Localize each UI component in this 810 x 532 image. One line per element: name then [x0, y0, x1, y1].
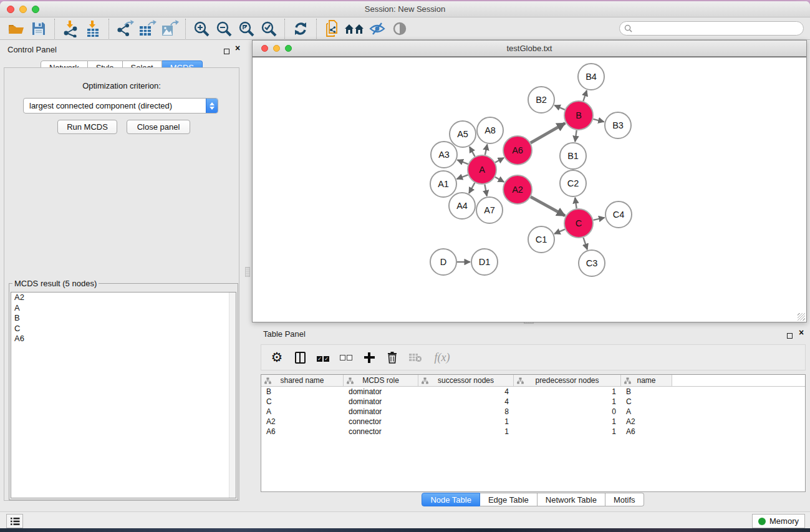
edge-B-B2[interactable] [554, 105, 565, 110]
table-cell[interactable]: 1 [514, 427, 621, 437]
list-item[interactable]: A6 [11, 334, 236, 344]
function-builder-button[interactable]: f(x) [429, 348, 455, 367]
column-header-name[interactable]: name [621, 375, 672, 386]
select-all-button[interactable]: ✓✓ [314, 348, 332, 367]
network-node-A8[interactable]: A8 [477, 117, 503, 143]
edge-A-A1[interactable] [457, 175, 468, 179]
table-cell[interactable]: dominator [344, 387, 418, 397]
edge-A-A3[interactable] [457, 160, 468, 164]
add-button[interactable] [360, 348, 378, 367]
table-cell[interactable]: A6 [621, 427, 672, 437]
show-column-button[interactable] [291, 348, 309, 367]
table-cell[interactable]: B [621, 387, 672, 397]
table-cell[interactable]: 1 [514, 397, 621, 407]
table-cell[interactable]: 8 [418, 407, 514, 417]
network-node-A6[interactable]: A6 [503, 136, 532, 165]
zoom-selected-button[interactable] [258, 19, 280, 39]
vertical-splitter-grip[interactable] [245, 267, 250, 277]
task-history-button[interactable] [6, 514, 23, 528]
table-cell[interactable]: 1 [514, 387, 621, 397]
column-header-MCDS-role[interactable]: MCDS role [344, 375, 418, 386]
node-table[interactable]: shared nameMCDS rolesuccessor nodesprede… [261, 374, 806, 492]
table-row[interactable]: Cdominator41C [261, 397, 805, 407]
edge-A-A2[interactable] [495, 177, 504, 182]
network-node-A2[interactable]: A2 [503, 175, 532, 204]
table-tab-motifs[interactable]: Motifs [605, 493, 644, 506]
clone-network-button[interactable] [321, 19, 344, 39]
edge-C-C3[interactable] [583, 238, 587, 249]
network-node-A1[interactable]: A1 [430, 171, 456, 197]
optimization-criterion-dropdown[interactable]: largest connected component (directed) [23, 98, 218, 114]
edge-C-C1[interactable] [554, 230, 565, 234]
table-cell[interactable]: A6 [261, 427, 344, 437]
export-table-button[interactable] [136, 19, 158, 39]
list-item[interactable]: A [11, 303, 236, 314]
run-mcds-button[interactable]: Run MCDS [57, 120, 117, 134]
table-cell[interactable]: 1 [418, 417, 514, 427]
network-node-C4[interactable]: C4 [605, 201, 632, 228]
export-network-button[interactable] [113, 19, 136, 39]
network-node-B4[interactable]: B4 [578, 64, 604, 90]
table-row[interactable]: Adominator80A [261, 407, 805, 417]
table-cell[interactable]: 4 [418, 397, 514, 407]
edge-B-B1[interactable] [575, 130, 577, 142]
save-session-button[interactable] [27, 19, 50, 39]
result-list-scrollbar[interactable] [229, 293, 236, 498]
refresh-button[interactable] [289, 19, 312, 39]
zoom-in-button[interactable] [190, 19, 213, 39]
show-details-button[interactable] [388, 19, 411, 39]
table-cell[interactable]: connector [344, 417, 418, 427]
table-cell[interactable]: A2 [261, 417, 344, 427]
import-network-button[interactable] [59, 19, 82, 39]
edge-A-A8[interactable] [485, 145, 488, 155]
edge-A-A5[interactable] [470, 147, 475, 157]
list-item[interactable]: C [11, 324, 236, 334]
table-cell[interactable]: A2 [621, 417, 672, 427]
window-resize-grip[interactable] [798, 313, 805, 321]
table-cell[interactable]: 4 [418, 387, 514, 397]
edge-A2-C[interactable] [531, 197, 565, 216]
network-node-B1[interactable]: B1 [560, 143, 586, 169]
table-cell[interactable]: B [261, 387, 344, 397]
table-cell[interactable]: 1 [418, 427, 514, 437]
column-header-shared-name[interactable]: shared name [261, 375, 344, 386]
deselect-all-button[interactable] [337, 348, 355, 367]
network-node-A7[interactable]: A7 [476, 197, 503, 223]
network-node-D[interactable]: D [430, 249, 456, 275]
network-node-A[interactable]: A [468, 155, 496, 184]
edge-A6-B[interactable] [531, 123, 565, 143]
table-cell[interactable]: 1 [514, 417, 621, 427]
network-node-B[interactable]: B [564, 101, 593, 130]
network-node-D1[interactable]: D1 [471, 249, 498, 275]
edge-C-C4[interactable] [593, 218, 604, 220]
table-row[interactable]: Bdominator41B [261, 387, 805, 397]
float-table-panel-icon[interactable] [787, 330, 793, 341]
network-node-B3[interactable]: B3 [605, 112, 631, 138]
table-tab-node-table[interactable]: Node Table [422, 493, 480, 506]
edge-C-C2[interactable] [575, 198, 576, 208]
network-node-A4[interactable]: A4 [449, 193, 475, 219]
open-session-button[interactable] [5, 19, 27, 39]
close-table-panel-icon[interactable]: × [799, 329, 804, 336]
export-image-button[interactable] [158, 19, 181, 39]
table-cell[interactable]: A [261, 407, 344, 417]
delete-table-button[interactable] [406, 348, 425, 367]
table-cell[interactable]: C [261, 397, 344, 407]
edge-A-A7[interactable] [485, 185, 486, 196]
network-node-C3[interactable]: C3 [579, 250, 605, 276]
list-item[interactable]: A2 [11, 293, 236, 303]
close-panel-icon[interactable]: × [235, 45, 240, 51]
column-header-predecessor-nodes[interactable]: predecessor nodes [514, 375, 621, 386]
search-field[interactable] [619, 21, 804, 36]
import-table-button[interactable] [82, 19, 104, 39]
network-node-C2[interactable]: C2 [560, 170, 586, 196]
table-row[interactable]: A6connector11A6 [261, 427, 805, 437]
table-row[interactable]: A2connector11A2 [261, 417, 805, 427]
table-cell[interactable]: connector [344, 427, 418, 437]
network-node-A3[interactable]: A3 [431, 142, 457, 168]
table-cell[interactable]: A [621, 407, 672, 417]
network-node-C[interactable]: C [564, 209, 593, 238]
zoom-fit-button[interactable] [235, 19, 258, 39]
network-node-B2[interactable]: B2 [528, 87, 554, 113]
network-canvas[interactable]: B4B2BB3A5A8A6B1A3AC2A1A2A4A7C4CC1DD1C3 [253, 57, 806, 322]
